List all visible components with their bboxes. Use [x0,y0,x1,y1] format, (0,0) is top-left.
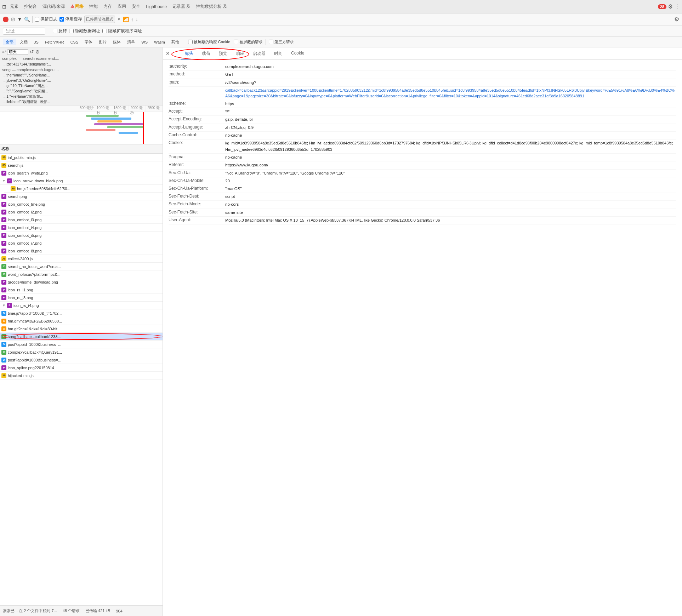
list-item[interactable]: ▼ P icon_arrow_down_black.png [0,177,163,185]
list-item[interactable]: P icon_search_white.png [0,169,163,177]
tab-memory[interactable]: 内存 [101,3,114,10]
search-snippet-7: ...ileName":"欧阳耀莹 - 欧阳... [2,99,160,104]
filter-img[interactable]: 图片 [96,39,109,45]
hidden-requests-label: 被屏蔽的请求 [234,39,263,45]
close-detail-button[interactable]: ✕ [166,51,170,56]
tab-cookie[interactable]: Cookie [287,49,308,59]
hide-data-urls-checkbox[interactable] [69,29,74,33]
list-item[interactable]: P icon_rs_i1.png [0,286,163,294]
filter-media[interactable]: 媒体 [110,39,124,45]
png-icon: P [7,178,12,183]
filter-ws[interactable]: WS [138,39,150,45]
selected-request-item[interactable]: X song?callback=callback123&... [0,333,163,341]
tab-console[interactable]: 控制台 [22,3,39,10]
hidden-requests-checkbox[interactable] [234,40,238,44]
clear-button[interactable]: ⊘ [11,16,15,23]
network-settings-icon[interactable]: ⚙ [674,16,679,23]
list-item[interactable]: P icon_cmfoot_i4.png [0,224,163,232]
list-item[interactable]: D time.js?appid=1000&_t=1702... [0,309,163,317]
url-list[interactable]: JS inf_public-min.js JS search.js P icon… [0,154,163,605]
list-item[interactable]: X word_nofocus?platform=pc&... [0,270,163,278]
list-item[interactable]: P search.png [0,193,163,200]
disable-cache-checkbox[interactable] [59,17,64,22]
list-item[interactable]: JS hijacked-min.js [0,372,163,380]
filter-fetch[interactable]: Fetch/XHR [42,39,67,45]
tab-application[interactable]: 应用 [115,3,128,10]
record-button[interactable] [3,17,8,22]
filter-icon[interactable]: ▼ [17,17,22,22]
throttle-select[interactable]: 已停用节流模式 [84,16,115,23]
detail-value-accept-encoding: gzip, deflate, br [225,116,676,122]
detail-label-authority: :authority: [169,64,225,69]
settings-icon[interactable]: ⚙ [668,3,673,10]
filter-manifest[interactable]: 清单 [124,39,138,45]
list-item[interactable]: ▼ P icon_rs_i4.png [0,302,163,309]
list-item[interactable]: P icon_rs_i3.png [0,294,163,302]
tick-2500: 2500 毫 [146,105,163,112]
list-item[interactable]: P icon_cmfoot_i2.png [0,208,163,216]
detail-value-method: GET [225,72,676,78]
filter-css[interactable]: CSS [68,39,81,45]
throttle-dropdown-icon[interactable]: ▼ [117,17,121,21]
list-item[interactable]: X complex?callback=jQuery191... [0,348,163,356]
tab-security[interactable]: 安全 [130,3,142,10]
list-item[interactable]: D post?appid=1000&business=... [0,356,163,364]
detail-accept: Accept: */* [169,108,676,116]
expand-icon[interactable]: ▼ [1,303,6,308]
list-item[interactable]: P icon_splice.png?20150814 [0,364,163,372]
domain-search-input[interactable] [7,49,28,55]
filter-all[interactable]: 全部 [3,39,16,45]
item-name: time.js?appid=1000&_t=1702... [8,311,62,315]
list-item[interactable]: JS hm.js?aedee6983d4cfc62f50... [4,185,163,193]
tab-perfdata[interactable]: 性能数据分析 及 [194,3,229,10]
filter-other[interactable]: 其他 [169,39,182,45]
list-item[interactable]: P icon_cmfoot_tme.png [0,200,163,208]
item-name: hm.gif?cc=1&ck=1&cl=30-bit... [8,327,61,331]
list-item[interactable]: P icon_cmfoot_i5.png [0,232,163,239]
filter-wasm[interactable]: Wasm [151,39,168,45]
tab-headers[interactable]: 标头 [181,49,198,59]
list-item[interactable]: D post?appid=1000&business=... [0,341,163,348]
tab-recorder[interactable]: 记录器 及 [170,3,193,10]
domain-search-input-wrapper[interactable]: a.* [2,49,28,55]
list-item[interactable]: X search_no_focus_word?srca... [0,263,163,270]
tab-sources[interactable]: 源代码/来源 [40,3,67,10]
list-item[interactable]: P qrcode4home_download.png [0,278,163,286]
list-item[interactable]: JS collect-2400.js [0,255,163,263]
clear-search-icon[interactable]: ⊘ [35,48,40,56]
filter-input[interactable] [3,28,45,35]
detail-value-path-cont: callback=callback123&srcappid=2919&clien… [225,87,676,99]
expand-icon[interactable]: ▼ [1,178,6,183]
filter-font[interactable]: 字体 [82,39,95,45]
invert-checkbox[interactable] [53,29,57,33]
tab-response[interactable]: 响应 [232,49,249,59]
tab-initiator[interactable]: 启动器 [249,49,270,59]
list-item[interactable]: P icon_cmfoot_i7.png [0,239,163,247]
hidden-responses-checkbox[interactable] [188,40,193,44]
preserve-log-checkbox[interactable] [35,17,39,22]
hide-extensions-checkbox[interactable] [102,29,107,33]
list-item[interactable]: P icon_cmfoot_i3.png [0,216,163,224]
tab-payload[interactable]: 载荷 [198,49,215,59]
more-menu-icon[interactable]: ⋮ [674,3,680,10]
tab-timing[interactable]: 时间 [270,49,287,59]
list-item[interactable]: P icon_cmfoot_i8.png [0,247,163,255]
detail-path-cont: callback=callback123&srcappid=2919&clien… [169,87,676,100]
png-icon: P [1,194,6,199]
tab-elements[interactable]: 元素 [8,3,21,10]
refresh-icon[interactable]: ↺ [30,48,34,56]
tab-performance[interactable]: 性能 [87,3,100,10]
tab-lighthouse[interactable]: Lighthouse [144,4,169,10]
left-panel: a.* ↺ ⊘ complex — searchrecommend.... ..… [0,47,163,616]
third-party-checkbox[interactable] [269,40,273,44]
doc-icon: D [1,358,6,363]
list-item[interactable]: JS search.js [0,161,163,169]
list-item[interactable]: G hm.gif?hca=3EF2EB6206530... [0,317,163,325]
list-item[interactable]: JS inf_public-min.js [0,154,163,161]
filter-doc[interactable]: 文档 [17,39,30,45]
tab-preview[interactable]: 预览 [215,49,232,59]
search-button[interactable]: 🔍 [24,17,30,22]
filter-js[interactable]: JS [31,39,41,45]
list-item[interactable]: G hm.gif?cc=1&ck=1&cl=30-bit... [0,325,163,333]
tab-network[interactable]: ⚠网络 [68,3,86,10]
